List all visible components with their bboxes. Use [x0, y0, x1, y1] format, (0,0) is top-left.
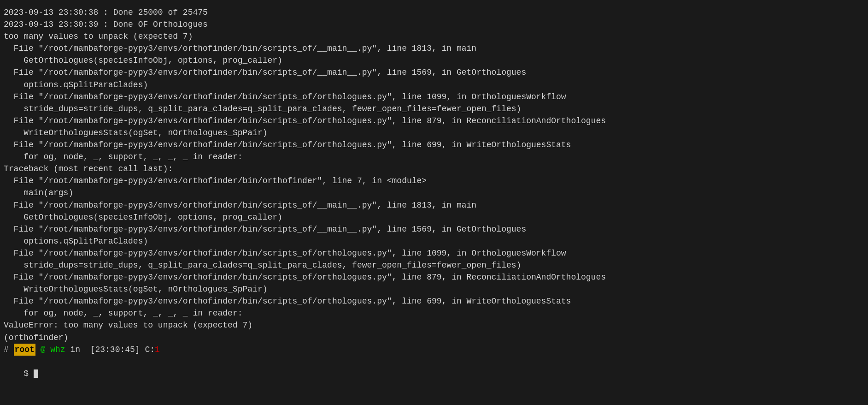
- line-14: Traceback (most recent call last):: [4, 163, 864, 175]
- line-17: File "/root/mambaforge-pypy3/envs/orthof…: [4, 199, 864, 211]
- line-22: stride_dups=stride_dups, q_split_para_cl…: [4, 259, 864, 271]
- prompt-in: in: [65, 344, 90, 356]
- prompt-hostname: whz: [50, 344, 65, 356]
- line-19: File "/root/mambaforge-pypy3/envs/orthof…: [4, 223, 864, 235]
- line-21: File "/root/mambaforge-pypy3/envs/orthof…: [4, 247, 864, 259]
- line-13: for og, node, _, support, _, _, _ in rea…: [4, 151, 864, 163]
- line-15: File "/root/mambaforge-pypy3/envs/orthof…: [4, 175, 864, 187]
- prompt-root-label: root: [14, 344, 35, 356]
- line-16: main(args): [4, 187, 864, 199]
- line-4: File "/root/mambaforge-pypy3/envs/orthof…: [4, 42, 864, 54]
- prompt-at: @: [35, 344, 50, 356]
- line-26: for og, node, _, support, _, _, _ in rea…: [4, 307, 864, 319]
- line-2: 2023-09-13 23:30:39 : Done OF Orthologue…: [4, 18, 864, 30]
- dollar-line: $: [4, 356, 864, 392]
- prompt-c-label: C:: [145, 344, 155, 356]
- line-12: File "/root/mambaforge-pypy3/envs/orthof…: [4, 139, 864, 151]
- line-7: options.qSplitParaClades): [4, 79, 864, 91]
- prompt-line: # root @ whz in [23:30:45] C:1: [4, 344, 864, 356]
- line-24: WriteOrthologuesStats(ogSet, nOrthologue…: [4, 283, 864, 295]
- prompt-hash: #: [4, 344, 14, 356]
- prompt-c-num: 1: [155, 344, 160, 356]
- cursor: [34, 369, 38, 378]
- dollar-sign: $: [23, 369, 34, 378]
- line-25: File "/root/mambaforge-pypy3/envs/orthof…: [4, 295, 864, 307]
- line-10: File "/root/mambaforge-pypy3/envs/orthof…: [4, 115, 864, 127]
- line-27: ValueError: too many values to unpack (e…: [4, 319, 864, 331]
- line-20: options.qSplitParaClades): [4, 235, 864, 247]
- line-8: File "/root/mambaforge-pypy3/envs/orthof…: [4, 91, 864, 103]
- line-18: GetOrthologues(speciesInfoObj, options, …: [4, 211, 864, 223]
- prompt-space: [140, 344, 145, 356]
- line-6: File "/root/mambaforge-pypy3/envs/orthof…: [4, 66, 864, 78]
- prompt-time: [23:30:45]: [90, 344, 140, 356]
- line-9: stride_dups=stride_dups, q_split_para_cl…: [4, 103, 864, 115]
- line-28: (orthofinder): [4, 332, 864, 344]
- line-23: File "/root/mambaforge-pypy3/envs/orthof…: [4, 271, 864, 283]
- line-11: WriteOrthologuesStats(ogSet, nOrthologue…: [4, 127, 864, 139]
- line-1: 2023-09-13 23:30:38 : Done 25000 of 2547…: [4, 6, 864, 18]
- line-5: GetOrthologues(speciesInfoObj, options, …: [4, 54, 864, 66]
- line-3: too many values to unpack (expected 7): [4, 30, 864, 42]
- terminal: 2023-09-13 23:30:38 : Done 25000 of 2547…: [4, 5, 864, 393]
